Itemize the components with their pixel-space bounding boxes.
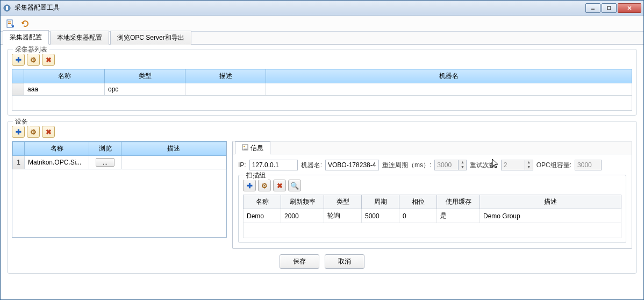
scan-search-button[interactable]: 🔍 (288, 180, 301, 191)
svg-rect-1 (6, 6, 8, 10)
tab-local-config[interactable]: 本地采集器配置 (50, 31, 109, 45)
collector-cell-desc[interactable] (185, 83, 266, 96)
window-title: 采集器配置工具 (15, 3, 585, 12)
svg-rect-7 (8, 22, 11, 23)
svg-rect-3 (607, 6, 611, 10)
collector-row[interactable]: aaa opc (12, 83, 632, 96)
scan-th-phase[interactable]: 相位 (399, 195, 437, 209)
collector-cell-type[interactable]: opc (105, 83, 185, 96)
device-row-idx: 1 (13, 156, 25, 169)
scan-add-button[interactable]: ✚ (243, 180, 256, 191)
device-group: 设备 ✚ ⚙ ✖ 名称 浏览 描述 (7, 121, 637, 274)
device-settings-button[interactable]: ⚙ (27, 126, 40, 138)
device-cell-desc[interactable] (121, 156, 226, 169)
machine-field[interactable] (325, 160, 379, 170)
tab-info[interactable]: 信息 (235, 141, 270, 154)
reconnect-label: 重连周期（ms）: (382, 161, 431, 170)
tab-collector-config[interactable]: 采集器配置 (3, 30, 49, 45)
down-icon[interactable]: ▼ (525, 165, 533, 170)
ip-label: IP: (238, 161, 246, 169)
collector-settings-button[interactable]: ⚙ (27, 54, 40, 66)
scan-th-desc[interactable]: 描述 (480, 195, 621, 209)
device-row[interactable]: 1 Matrikon.OPC.Si... ... (13, 156, 226, 169)
reconnect-spinner[interactable]: ▲▼ (434, 160, 467, 170)
collector-table[interactable]: 名称 类型 描述 机器名 aaa opc (12, 69, 632, 111)
collector-th-machine[interactable]: 机器名 (266, 69, 632, 83)
scan-row[interactable]: Demo 2000 轮询 5000 0 是 Demo Group (244, 209, 621, 223)
app-icon (3, 4, 11, 12)
info-panel: 信息 IP: 机器名: 重连周期（ms）: ▲▼ 重试次数: ▲▼ (232, 141, 632, 249)
content: 采集器列表 ✚ ⚙ ✖ 名称 类型 描述 机器名 aaa opc (1, 45, 643, 299)
device-delete-button[interactable]: ✖ (42, 126, 55, 138)
collector-cell-name[interactable]: aaa (24, 83, 105, 96)
svg-rect-12 (244, 149, 247, 149)
info-icon (242, 144, 248, 152)
device-th-desc[interactable]: 描述 (121, 142, 226, 156)
device-th-name[interactable]: 名称 (25, 142, 89, 156)
scan-delete-button[interactable]: ✖ (273, 180, 286, 191)
ip-field[interactable] (249, 160, 298, 170)
down-icon[interactable]: ▼ (459, 165, 466, 170)
main-tabs: 采集器配置 本地采集器配置 浏览OPC Server和导出 (1, 32, 643, 45)
minimize-button[interactable] (585, 3, 600, 13)
collector-th-type[interactable]: 类型 (105, 69, 185, 83)
main-window: 采集器配置工具 采集器配置 本地采集器配置 浏览OPC Server和导出 采集… (0, 0, 644, 300)
save-button[interactable]: 保存 (280, 254, 319, 269)
collector-cell-machine[interactable] (266, 83, 632, 96)
svg-rect-10 (244, 146, 245, 147)
collector-th-rowhead (12, 69, 24, 83)
device-browse-button[interactable]: ... (96, 158, 115, 167)
svg-rect-8 (8, 23, 11, 24)
scan-group-title: 扫描组 (244, 171, 268, 180)
cancel-button[interactable]: 取消 (325, 254, 364, 269)
opc-capacity-field[interactable] (575, 160, 602, 170)
device-th-browse[interactable]: 浏览 (89, 142, 121, 156)
retry-spinner[interactable]: ▲▼ (501, 160, 533, 170)
toolbar-btn-1[interactable] (4, 17, 17, 30)
scan-table[interactable]: 名称 刷新频率 类型 周期 相位 使用缓存 描述 Demo (243, 195, 621, 238)
tab-browse-opc[interactable]: 浏览OPC Server和导出 (110, 31, 191, 45)
device-add-button[interactable]: ✚ (12, 126, 25, 138)
scan-group: 扫描组 ✚ ⚙ ✖ 🔍 名称 刷新频率 (238, 175, 626, 243)
device-group-title: 设备 (13, 117, 30, 126)
up-icon[interactable]: ▲ (525, 160, 533, 165)
collector-group-title: 采集器列表 (13, 45, 49, 54)
titlebar[interactable]: 采集器配置工具 (1, 1, 643, 16)
refresh-button[interactable] (19, 17, 32, 30)
toolbar (1, 16, 643, 32)
maximize-button[interactable] (602, 3, 617, 13)
scan-th-type[interactable]: 类型 (324, 195, 362, 209)
scan-settings-button[interactable]: ⚙ (258, 180, 271, 191)
collector-list-group: 采集器列表 ✚ ⚙ ✖ 名称 类型 描述 机器名 aaa opc (7, 49, 637, 116)
svg-rect-11 (244, 148, 247, 148)
collector-delete-button[interactable]: ✖ (42, 54, 55, 66)
scan-th-period[interactable]: 周期 (362, 195, 399, 209)
collector-th-name[interactable]: 名称 (24, 69, 105, 83)
scan-th-refresh[interactable]: 刷新频率 (281, 195, 324, 209)
up-icon[interactable]: ▲ (459, 160, 466, 165)
device-table[interactable]: 名称 浏览 描述 1 Matrikon.OPC.Si... ... (12, 141, 226, 169)
retry-label: 重试次数: (470, 161, 497, 170)
collector-add-button[interactable]: ✚ (12, 54, 25, 66)
close-button[interactable] (618, 3, 641, 13)
collector-th-desc[interactable]: 描述 (185, 69, 266, 83)
scan-th-cache[interactable]: 使用缓存 (437, 195, 480, 209)
opc-label: OPC组容量: (536, 161, 571, 170)
machine-label: 机器名: (301, 161, 322, 170)
scan-th-name[interactable]: 名称 (244, 195, 281, 209)
device-cell-name[interactable]: Matrikon.OPC.Si... (25, 156, 89, 169)
